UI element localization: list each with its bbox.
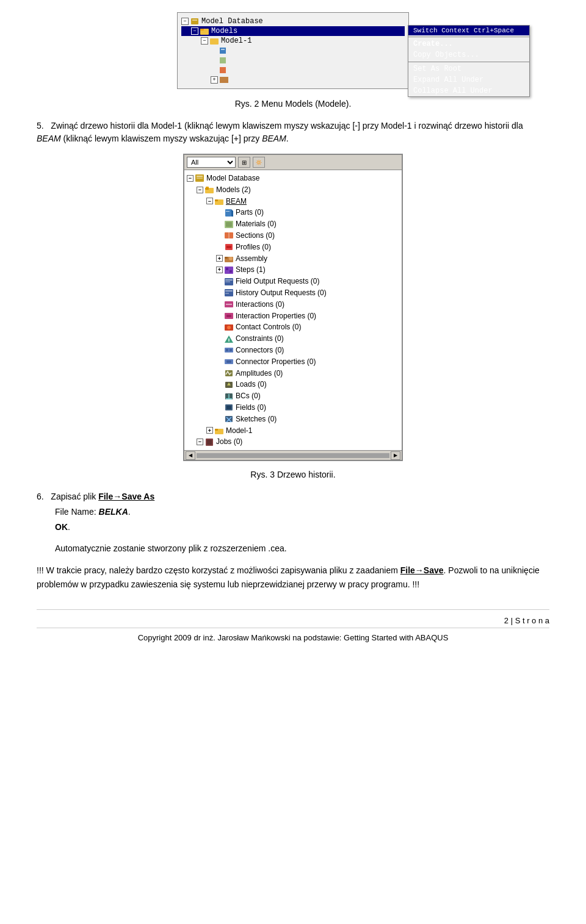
- tree-row-connectors: Connectors (0): [187, 345, 399, 356]
- tree-row-model1: + Model-1: [187, 425, 399, 437]
- svg-rect-9: [220, 77, 228, 83]
- step-6-auto-text: Automatycznie zostanie stworzony plik z …: [55, 542, 549, 555]
- field-output-text: Field Output Requests (0): [236, 276, 319, 287]
- profiles-icon: [224, 243, 234, 251]
- sections-text: Sections (0): [236, 231, 275, 241]
- expand-beam[interactable]: −: [206, 198, 213, 204]
- expand-model-database[interactable]: −: [181, 18, 189, 25]
- menu-create[interactable]: Create...: [408, 38, 529, 49]
- scroll-right-btn[interactable]: ▶: [391, 451, 400, 460]
- tree-row-assembly: + Assembly: [187, 253, 399, 265]
- step-6-text1: Zapisać plik: [51, 492, 98, 501]
- menu-set-root[interactable]: Set As Root: [408, 63, 529, 74]
- tree-row-steps: + Steps (1): [187, 264, 399, 276]
- page-footer: 2 | S t r o n a: [37, 609, 549, 625]
- svg-rect-5: [220, 48, 226, 54]
- menu-copy[interactable]: Copy Objects...: [408, 49, 529, 60]
- step-6-section: 6. Zapisać plik File→Save As File Name: …: [37, 490, 549, 555]
- field-output-icon: [224, 278, 234, 286]
- step-5-text: Zwinąć drzewo historii dla Model-1 (klik…: [37, 121, 523, 143]
- svg-rect-31: [226, 268, 228, 270]
- bcs-icon: [224, 392, 234, 401]
- svg-rect-64: [215, 429, 218, 431]
- svg-rect-38: [225, 293, 229, 294]
- menu-expand-all[interactable]: Expand All Under: [408, 74, 529, 85]
- file-save-link: File→Save: [400, 565, 444, 575]
- step-6-ok: OK.: [55, 521, 549, 534]
- expand-assembly[interactable]: +: [216, 255, 223, 262]
- expand-sub1[interactable]: +: [211, 76, 218, 84]
- svg-rect-11: [197, 176, 203, 177]
- tree-body: − Model Database − M: [184, 170, 402, 450]
- paragraph-5: 5. Zwinąć drzewo historii dla Model-1 (k…: [37, 120, 549, 145]
- expand-steps[interactable]: +: [216, 267, 223, 273]
- menu-divider-1: [408, 37, 529, 37]
- copyright-footer: Copyright 2009 dr inż. Jarosław Mańkowsk…: [37, 628, 549, 642]
- section-icon-1: [219, 66, 228, 74]
- connectors-icon: [224, 346, 234, 354]
- interaction-props-icon: [224, 312, 234, 320]
- scroll-track[interactable]: [197, 453, 389, 458]
- expand-models-2[interactable]: −: [197, 187, 203, 193]
- amplitudes-icon: [224, 369, 234, 378]
- svg-rect-1: [192, 20, 197, 21]
- tree-row-amplitudes: Amplitudes (0): [187, 368, 399, 379]
- materials-text: Materials (0): [236, 219, 277, 229]
- beam-folder-icon: [214, 197, 224, 206]
- svg-rect-4: [210, 38, 219, 45]
- scroll-left-btn[interactable]: ◀: [186, 451, 195, 460]
- tree-row-sketches: Sketches (0): [187, 414, 399, 425]
- fields-icon: [224, 403, 234, 412]
- model-database-label: Model Database: [201, 17, 263, 26]
- connector-props-text: Connector Properties (0): [236, 357, 316, 367]
- tree-row-connector-props: Connector Properties (0): [187, 356, 399, 368]
- tree-row-interaction-props: Interaction Properties (0): [187, 310, 399, 322]
- step-6-number: 6.: [37, 492, 44, 501]
- menu-collapse-all[interactable]: Collapse All Under: [408, 85, 529, 96]
- svg-rect-34: [225, 279, 233, 281]
- models-text: Models (2): [216, 185, 251, 195]
- menu-divider-2: [408, 62, 529, 62]
- model-db-text: Model Database: [206, 173, 259, 184]
- svg-rect-15: [206, 187, 209, 188]
- svg-point-29: [229, 257, 233, 260]
- expand-model1-tree[interactable]: +: [206, 427, 213, 434]
- svg-rect-42: [226, 315, 231, 317]
- filter-dropdown[interactable]: All: [187, 157, 236, 168]
- db-icon: [195, 174, 204, 182]
- file-name-belka: BELKA: [99, 507, 128, 517]
- horizontal-scrollbar[interactable]: ◀ ▶: [184, 450, 402, 460]
- connector-props-icon: [224, 357, 234, 366]
- tree-row-fields: Fields (0): [187, 402, 399, 414]
- toolbar-btn-2[interactable]: 🔆: [253, 157, 265, 168]
- expand-model1[interactable]: −: [201, 37, 208, 45]
- toolbar-btn-1[interactable]: ⊞: [238, 157, 250, 168]
- tree-row-jobs: − Jobs (0): [187, 436, 399, 448]
- steps-icon: [224, 266, 234, 274]
- svg-marker-19: [231, 209, 233, 217]
- svg-rect-59: [226, 406, 231, 409]
- svg-rect-28: [225, 257, 228, 259]
- copyright-text: Copyright 2009 dr inż. Jarosław Mańkowsk…: [138, 633, 449, 642]
- steps-text: Steps (1): [236, 265, 266, 275]
- jobs-icon: [204, 438, 214, 446]
- models-label: Models: [211, 27, 237, 35]
- svg-rect-49: [230, 349, 232, 351]
- expand-models[interactable]: −: [191, 27, 198, 35]
- step-6-filename: File Name: BELKA.: [55, 506, 549, 518]
- expand-jobs[interactable]: −: [197, 439, 203, 445]
- tree-row-parts: Parts (0): [187, 207, 399, 218]
- assembly-text: Assembly: [236, 254, 267, 264]
- beam-text: BEAM: [226, 196, 247, 207]
- svg-point-44: [227, 326, 231, 329]
- step-5-number: 5.: [37, 121, 44, 131]
- expand-model-db[interactable]: −: [187, 175, 194, 182]
- model-tree-panel: All ⊞ 🔆 − Model Database: [183, 154, 403, 461]
- constraints-icon: [224, 335, 234, 343]
- tree-row-materials: Materials (0): [187, 218, 399, 230]
- sketches-icon: [224, 415, 234, 423]
- page-number: 2 | S t r o n a: [504, 616, 549, 625]
- tree-row-history-output: History Output Requests (0): [187, 287, 399, 299]
- svg-rect-26: [226, 246, 231, 248]
- tree-row-sections: Sections (0): [187, 230, 399, 242]
